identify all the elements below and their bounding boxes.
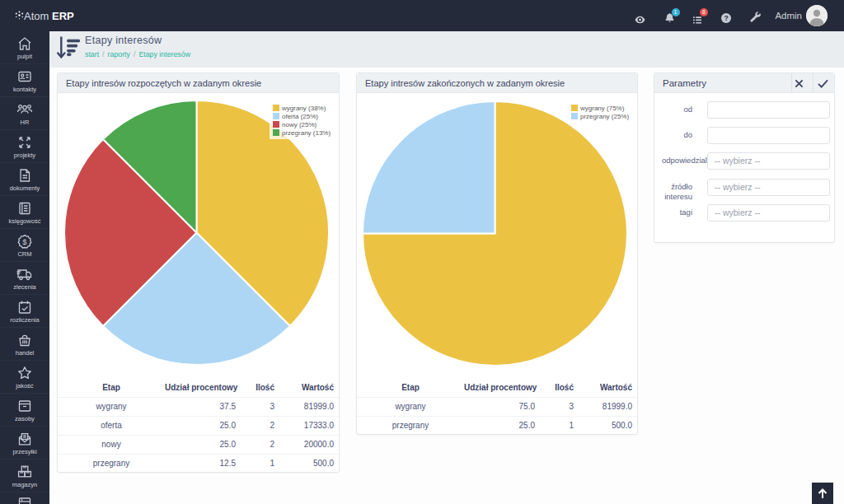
svg-text:?: ? — [724, 14, 728, 22]
svg-text:$: $ — [22, 237, 27, 246]
